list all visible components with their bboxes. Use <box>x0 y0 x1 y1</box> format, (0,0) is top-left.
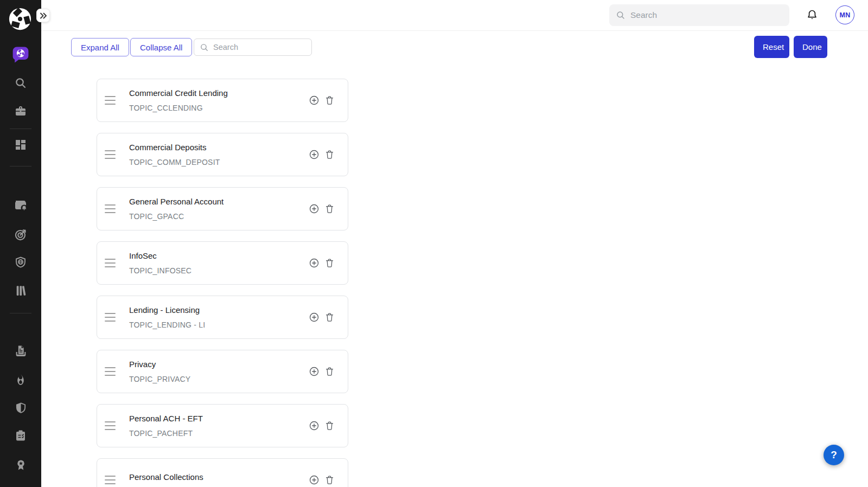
topic-actions <box>309 420 335 431</box>
app-window: MN Expand All Collapse All Reset Done Co… <box>0 0 868 487</box>
sidebar-item-wallet-notifications[interactable] <box>10 194 31 216</box>
topic-card[interactable]: Commercial Credit Lending TOPIC_CCLENDIN… <box>97 79 348 122</box>
briefcase-icon <box>14 105 27 118</box>
drag-handle-icon[interactable] <box>105 421 116 430</box>
global-search-input[interactable] <box>630 10 783 20</box>
topic-card[interactable]: General Personal Account TOPIC_GPACC <box>97 187 348 230</box>
sidebar-item-document-tray[interactable] <box>10 340 31 362</box>
topic-text-block: Commercial Credit Lending TOPIC_CCLENDIN… <box>129 88 309 112</box>
sidebar-expand-button[interactable] <box>36 9 50 22</box>
plus-circle-icon <box>309 95 320 106</box>
topic-card[interactable]: Personal ACH - EFT TOPIC_PACHEFT <box>97 404 348 447</box>
plus-circle-icon <box>309 149 320 160</box>
add-circle-button[interactable] <box>309 366 320 377</box>
sidebar-item-trending[interactable] <box>10 369 31 390</box>
add-circle-button[interactable] <box>309 312 320 323</box>
reset-button[interactable]: Reset <box>754 36 789 58</box>
chevrons-right-icon <box>40 12 47 19</box>
topic-code: TOPIC_GPACC <box>129 212 309 221</box>
topic-code: TOPIC_INFOSEC <box>129 266 309 275</box>
topic-card[interactable]: Commercial Deposits TOPIC_COMM_DEPOSIT <box>97 133 348 176</box>
trash-icon <box>324 95 335 106</box>
done-button[interactable]: Done <box>794 36 827 58</box>
global-search[interactable] <box>609 4 789 26</box>
drag-handle-icon[interactable] <box>105 367 116 376</box>
collapse-all-button[interactable]: Collapse All <box>130 38 192 56</box>
topic-card[interactable]: InfoSec TOPIC_INFOSEC <box>97 241 348 285</box>
trash-icon <box>324 203 335 214</box>
sidebar-item-assessments[interactable] <box>10 425 31 446</box>
add-circle-button[interactable] <box>309 203 320 214</box>
sidebar-item-achievements[interactable] <box>10 454 31 476</box>
topic-actions <box>309 312 335 323</box>
flame-icon <box>14 373 27 386</box>
topic-actions <box>309 366 335 377</box>
add-circle-button[interactable] <box>309 420 320 431</box>
notifications-button[interactable] <box>805 8 820 23</box>
plus-circle-icon <box>309 420 320 431</box>
plus-circle-icon <box>309 203 320 214</box>
plus-circle-icon <box>309 366 320 377</box>
sidebar-item-dashboard[interactable] <box>10 134 31 156</box>
user-avatar[interactable]: MN <box>835 5 854 24</box>
trash-icon <box>324 420 335 431</box>
search-icon <box>14 76 27 89</box>
delete-button[interactable] <box>324 258 335 268</box>
sidebar-item-briefcase[interactable] <box>10 100 31 122</box>
delete-button[interactable] <box>324 475 335 485</box>
topic-title: Personal Collections <box>129 472 309 482</box>
topic-card[interactable]: Lending - Licensing TOPIC_LENDING - LI <box>97 296 348 339</box>
add-circle-button[interactable] <box>309 95 320 106</box>
add-circle-button[interactable] <box>309 475 320 485</box>
topic-actions <box>309 95 335 106</box>
award-badge-icon <box>15 459 27 471</box>
sidebar-item-security[interactable] <box>10 397 31 419</box>
topic-code: TOPIC_PRIVACY <box>129 375 309 383</box>
drag-handle-icon[interactable] <box>105 259 116 267</box>
trash-icon <box>324 258 335 268</box>
drag-handle-icon[interactable] <box>105 476 116 484</box>
add-circle-button[interactable] <box>309 258 320 268</box>
trash-icon <box>324 475 335 485</box>
help-button[interactable]: ? <box>824 445 844 465</box>
topic-text-block: Personal ACH - EFT TOPIC_PACHEFT <box>129 414 309 438</box>
delete-button[interactable] <box>324 149 335 160</box>
topic-code: TOPIC_COMM_DEPOSIT <box>129 158 309 166</box>
topic-text-block: Commercial Deposits TOPIC_COMM_DEPOSIT <box>129 143 309 166</box>
delete-button[interactable] <box>324 366 335 377</box>
expand-all-button[interactable]: Expand All <box>71 38 129 56</box>
topic-title: Commercial Credit Lending <box>129 88 309 98</box>
drag-handle-icon[interactable] <box>105 313 116 322</box>
library-icon <box>14 284 28 297</box>
assistant-chat-icon <box>11 45 30 65</box>
delete-button[interactable] <box>324 95 335 106</box>
topic-title: InfoSec <box>129 251 309 261</box>
sidebar <box>0 0 41 487</box>
search-icon <box>616 10 626 20</box>
sidebar-item-assistant-chat[interactable] <box>10 44 31 66</box>
drag-handle-icon[interactable] <box>105 150 116 159</box>
drag-handle-icon[interactable] <box>105 204 116 213</box>
sidebar-item-search[interactable] <box>10 72 31 94</box>
delete-button[interactable] <box>324 420 335 431</box>
topic-actions <box>309 475 335 485</box>
sidebar-item-library[interactable] <box>10 279 31 301</box>
sidebar-item-goals[interactable] <box>10 223 31 245</box>
topic-search-input[interactable] <box>213 43 306 52</box>
trash-icon <box>324 366 335 377</box>
delete-button[interactable] <box>324 203 335 214</box>
topic-text-block: Privacy TOPIC_PRIVACY <box>129 360 309 383</box>
topic-text-block: Personal Collections <box>129 472 309 487</box>
delete-button[interactable] <box>324 312 335 323</box>
topic-title: Privacy <box>129 360 309 369</box>
topic-card[interactable]: Personal Collections <box>97 458 348 487</box>
topic-code: TOPIC_PACHEFT <box>129 429 309 438</box>
top-header: MN <box>41 0 868 31</box>
topic-search[interactable] <box>194 39 312 56</box>
shield-half-icon <box>15 402 27 414</box>
topic-card[interactable]: Privacy TOPIC_PRIVACY <box>97 350 348 393</box>
sidebar-item-global-security[interactable] <box>10 252 31 273</box>
drag-handle-icon[interactable] <box>105 96 116 105</box>
topic-text-block: General Personal Account TOPIC_GPACC <box>129 197 309 221</box>
add-circle-button[interactable] <box>309 149 320 160</box>
